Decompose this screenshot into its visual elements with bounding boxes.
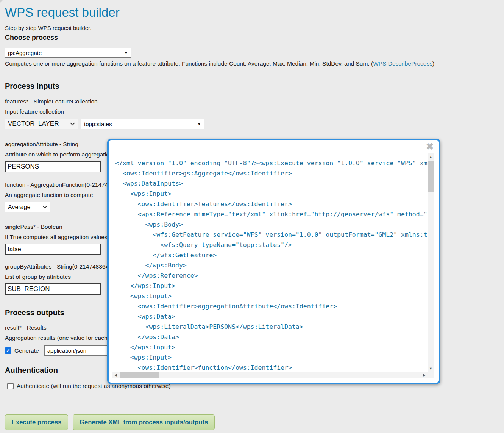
xml-content: <?xml version="1.0" encoding="UTF-8"?><w…: [112, 153, 428, 372]
wps-xml-dialog: ✖ <?xml version="1.0" encoding="UTF-8"?>…: [107, 139, 440, 384]
process-description-text: Computes one or more aggregation functio…: [5, 60, 373, 67]
scroll-up-icon[interactable]: ▲: [428, 153, 434, 160]
function-select[interactable]: Average: [5, 202, 50, 212]
execute-process-button[interactable]: Execute process: [5, 414, 68, 430]
feature-source-value: VECTOR_LAYER: [8, 120, 59, 128]
vertical-scrollbar[interactable]: ▲ ▼: [428, 153, 434, 372]
authenticate-checkbox[interactable]: [7, 383, 14, 389]
function-select-value: Average: [8, 204, 30, 211]
generate-xml-button[interactable]: Generate XML from process inputs/outputs: [73, 414, 215, 430]
dropdown-triangle-icon: ▼: [124, 51, 128, 55]
generate-checkbox[interactable]: ✓: [5, 347, 11, 354]
scroll-right-icon[interactable]: ▶: [421, 372, 428, 378]
process-description-close-paren: ): [432, 60, 434, 67]
vector-layer-select[interactable]: topp:states ▼: [81, 119, 204, 129]
xml-preview-panel: <?xml version="1.0" encoding="UTF-8"?><w…: [112, 153, 434, 378]
chevron-down-icon: [70, 122, 75, 126]
chevron-down-icon: [42, 205, 47, 209]
scroll-left-icon[interactable]: ◀: [112, 372, 119, 378]
page-title: WPS request builder: [5, 5, 500, 20]
checkmark-icon: ✓: [6, 348, 10, 353]
horizontal-scrollbar[interactable]: ◀ ▶: [112, 372, 428, 378]
wps-request-builder-page: WPS request builder Step by step WPS req…: [0, 0, 504, 433]
vector-layer-value: topp:states: [84, 121, 112, 127]
scrollbar-corner: [428, 372, 434, 378]
dropdown-triangle-icon: ▼: [197, 122, 201, 126]
action-buttons: Execute process Generate XML from proces…: [5, 414, 215, 430]
group-by-attributes-input[interactable]: [5, 283, 101, 295]
page-subtitle: Step by step WPS request builder.: [5, 25, 500, 31]
choose-process-heading: Choose process: [5, 34, 500, 45]
wps-describe-process-link[interactable]: WPS DescribeProcess: [373, 60, 432, 67]
process-inputs-heading: Process inputs: [5, 82, 500, 94]
process-select[interactable]: gs:Aggregate ▼: [5, 48, 131, 58]
output-format-select[interactable]: application/json: [44, 345, 115, 356]
process-select-value: gs:Aggregate: [8, 50, 42, 56]
generate-label: Generate: [14, 347, 39, 354]
scroll-down-icon[interactable]: ▼: [428, 365, 434, 372]
output-format-value: application/json: [47, 347, 86, 354]
aggregation-attribute-input[interactable]: [5, 161, 101, 172]
features-description: Input feature collection: [5, 108, 500, 115]
single-pass-input[interactable]: [5, 244, 101, 255]
horizontal-scrollbar-thumb[interactable]: [120, 372, 159, 378]
process-description: Computes one or more aggregation functio…: [5, 60, 500, 67]
features-label: features* - SimpleFeatureCollection: [5, 98, 500, 105]
close-icon[interactable]: ✖: [426, 141, 434, 152]
vertical-scrollbar-thumb[interactable]: [428, 161, 434, 192]
feature-source-select[interactable]: VECTOR_LAYER: [5, 119, 78, 129]
